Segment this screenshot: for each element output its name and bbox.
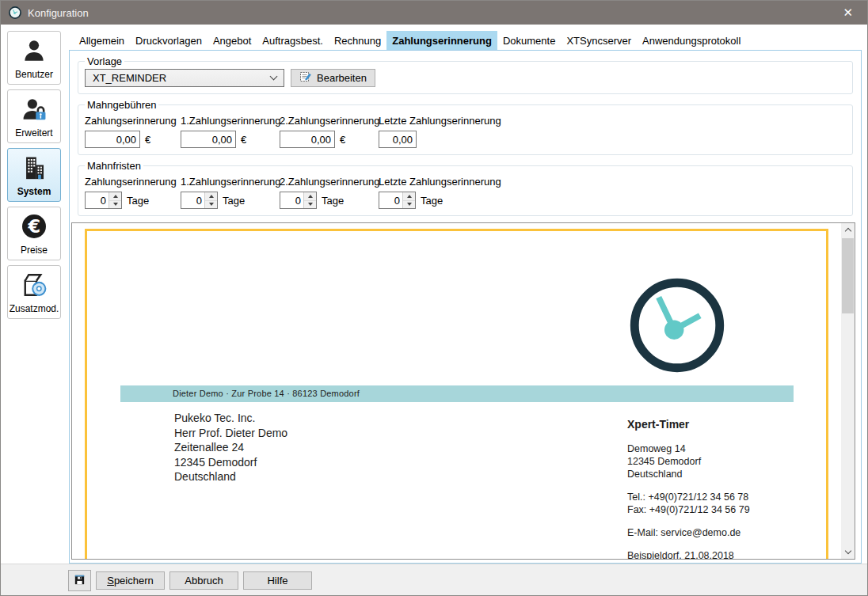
spin-up-button[interactable] — [403, 192, 415, 200]
sidebar-item-zusatzmod[interactable]: Zusatzmod. — [7, 265, 61, 319]
bearbeiten-button-label: Bearbeiten — [317, 72, 367, 84]
tab-allgemein[interactable]: Allgemein — [74, 31, 130, 50]
mahnfristen-group: Mahnfristen Zahlungserinnerung Tage — [78, 160, 853, 216]
deadline-input[interactable] — [86, 192, 108, 208]
close-icon[interactable]: ✕ — [836, 6, 859, 20]
sidebar-item-label: Benutzer — [15, 69, 53, 84]
user-lock-icon — [21, 90, 48, 127]
clock-logo-icon — [625, 273, 729, 378]
svg-text:€: € — [27, 215, 40, 236]
fee-label: Letzte Zahlungserinnerung — [379, 115, 501, 127]
fee-input-2-zahlungserinnerung[interactable] — [280, 131, 335, 148]
save-icon-button[interactable] — [68, 570, 91, 591]
fee-label: Zahlungserinnerung — [85, 115, 177, 127]
tab-auftragsbest[interactable]: Auftragsbest. — [257, 31, 329, 50]
vorlage-dropdown[interactable]: XT_REMINDER — [85, 69, 284, 87]
fee-label: 2.Zahlungserinnerung — [280, 115, 375, 127]
spin-up-button[interactable] — [205, 192, 217, 200]
scroll-down-button[interactable] — [841, 545, 855, 559]
recipient-line: Herr Prof. Dieter Demo — [174, 426, 287, 441]
fee-input-1-zahlungserinnerung[interactable] — [181, 131, 236, 148]
sidebar-item-preise[interactable]: € Preise — [7, 207, 61, 260]
spin-up-button[interactable] — [304, 192, 316, 200]
spin-down-button[interactable] — [205, 200, 217, 209]
deadline-stepper-letzte-zahlungserinnerung[interactable] — [379, 192, 416, 209]
tab-angebot[interactable]: Angebot — [207, 31, 257, 50]
company-tel: Tel.: +49(0)721/12 34 56 78 — [627, 491, 750, 503]
currency-suffix: € — [241, 134, 246, 146]
company-address-line: 12345 Demodorf — [627, 455, 750, 468]
sidebar-item-label: Zusatzmod. — [10, 303, 59, 318]
template-preview: Dieter Demo · Zur Probe 14 · 86123 Demod… — [71, 222, 855, 560]
days-suffix: Tage — [322, 195, 344, 207]
preview-scrollbar[interactable] — [841, 223, 855, 559]
deadline-stepper-zahlungserinnerung[interactable] — [85, 192, 122, 209]
recipient-line: Zeitenallee 24 — [174, 440, 287, 455]
sidebar: Benutzer Erweitert System € Preise — [1, 25, 69, 564]
days-suffix: Tage — [421, 195, 443, 207]
company-address-line: Demoweg 14 — [627, 442, 750, 455]
mahngebuehren-group-label: Mahngebühren — [85, 99, 158, 111]
scrollbar-thumb[interactable] — [842, 238, 854, 313]
abbruch-button[interactable]: Abbruch — [169, 571, 238, 590]
vorlage-selected-value: XT_REMINDER — [93, 72, 166, 84]
deadline-stepper-2-zahlungserinnerung[interactable] — [280, 192, 317, 209]
edit-icon — [299, 70, 312, 85]
days-suffix: Tage — [127, 195, 149, 207]
recipient-address: Pukeko Tec. Inc. Herr Prof. Dieter Demo … — [174, 411, 287, 484]
company-fax: Fax: +49(0)721/12 34 56 79 — [627, 503, 750, 516]
bearbeiten-button[interactable]: Bearbeiten — [291, 69, 375, 87]
window-title: Konfiguration — [28, 7, 89, 19]
letter-dateline: Beispieldorf, 21.08.2018 — [627, 549, 750, 560]
company-name: Xpert-Timer — [627, 418, 750, 431]
chevron-up-icon — [844, 228, 851, 234]
deadline-label: 2.Zahlungserinnerung — [280, 176, 375, 188]
deadline-input[interactable] — [181, 192, 204, 208]
mahnfristen-group-label: Mahnfristen — [85, 160, 143, 172]
konfiguration-window: Konfiguration ✕ Benutzer Erweitert — [0, 0, 868, 596]
company-info: Xpert-Timer Demoweg 14 12345 Demodorf De… — [627, 418, 750, 560]
tab-rechnung[interactable]: Rechnung — [329, 31, 386, 50]
recipient-line: 12345 Demodorf — [174, 455, 287, 470]
letter-page: Dieter Demo · Zur Probe 14 · 86123 Demod… — [85, 229, 828, 560]
tab-xtsyncserver[interactable]: XTSyncserver — [561, 31, 637, 50]
vorlage-group-label: Vorlage — [85, 55, 124, 67]
deadline-stepper-1-zahlungserinnerung[interactable] — [181, 192, 218, 209]
currency-suffix: € — [340, 134, 345, 146]
euro-coin-icon: € — [20, 207, 48, 245]
speichern-button[interactable]: Speichern — [96, 571, 165, 590]
spin-down-button[interactable] — [403, 200, 415, 209]
sidebar-item-system[interactable]: System — [7, 148, 61, 202]
hilfe-button[interactable]: Hilfe — [243, 571, 312, 590]
app-clock-icon — [9, 6, 21, 19]
sidebar-item-label: System — [17, 186, 51, 201]
tab-zahlungserinnerung[interactable]: Zahlungserinnerung — [386, 31, 497, 50]
deadline-label: Letzte Zahlungserinnerung — [379, 176, 501, 188]
recipient-line: Pukeko Tec. Inc. — [174, 411, 287, 426]
deadline-input[interactable] — [280, 192, 303, 208]
tab-dokumente[interactable]: Dokumente — [497, 31, 561, 50]
floppy-disk-icon — [73, 573, 86, 589]
mahngebuehren-group: Mahngebühren Zahlungserinnerung € 1.Zahl… — [78, 99, 853, 155]
scroll-up-button[interactable] — [841, 223, 855, 237]
tab-anwendungsprotokoll[interactable]: Anwendungsprotokoll — [637, 31, 746, 50]
tab-panel: Vorlage XT_REMINDER Bearbeiten — [69, 50, 862, 564]
footer-bar: Speichern Abbruch Hilfe — [1, 564, 867, 596]
buildings-icon — [21, 149, 48, 186]
spin-down-button[interactable] — [304, 200, 316, 209]
sidebar-item-erweitert[interactable]: Erweitert — [7, 89, 61, 143]
fee-input-letzte-zahlungserinnerung[interactable] — [379, 131, 417, 148]
deadline-label: Zahlungserinnerung — [85, 176, 177, 188]
tab-bar: Allgemein Druckvorlagen Angebot Auftrags… — [74, 31, 862, 50]
fee-input-zahlungserinnerung[interactable] — [85, 131, 140, 148]
sidebar-item-label: Erweitert — [15, 127, 52, 142]
addon-box-icon — [20, 266, 48, 303]
spin-up-button[interactable] — [109, 192, 121, 200]
vorlage-group: Vorlage XT_REMINDER Bearbeiten — [78, 55, 853, 94]
recipient-line: Deutschland — [174, 469, 287, 484]
spin-down-button[interactable] — [109, 200, 121, 209]
sender-line-banner: Dieter Demo · Zur Probe 14 · 86123 Demod… — [120, 385, 794, 402]
deadline-input[interactable] — [379, 192, 402, 208]
tab-druckvorlagen[interactable]: Druckvorlagen — [130, 31, 207, 50]
sidebar-item-benutzer[interactable]: Benutzer — [7, 31, 61, 85]
